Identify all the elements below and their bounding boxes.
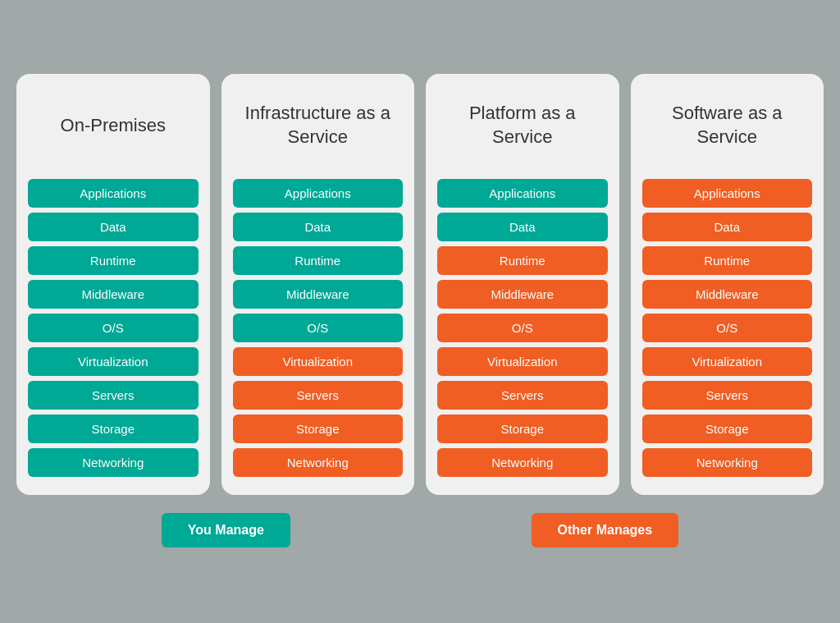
you-manage-button[interactable]: You Manage — [162, 513, 290, 547]
item-applications-on-premises: Applications — [28, 179, 199, 208]
column-saas: Software as a ServiceApplicationsDataRun… — [631, 74, 824, 495]
item-networking-saas: Networking — [642, 448, 813, 477]
item-storage-iaas: Storage — [233, 415, 404, 443]
column-on-premises: On-PremisesApplicationsDataRuntimeMiddle… — [16, 74, 210, 495]
column-title-iaas: Infrastructure as a Service — [233, 89, 404, 163]
item-virtualization-iaas: Virtualization — [233, 347, 404, 376]
item-middleware-on-premises: Middleware — [28, 280, 199, 309]
item-networking-on-premises: Networking — [28, 448, 199, 477]
column-paas: Platform as a ServiceApplicationsDataRun… — [426, 74, 619, 495]
item-virtualization-on-premises: Virtualization — [28, 347, 199, 376]
items-list-iaas: ApplicationsDataRuntimeMiddlewareO/SVirt… — [233, 179, 404, 477]
item-applications-paas: Applications — [437, 179, 608, 208]
column-title-saas: Software as a Service — [642, 89, 813, 163]
items-list-saas: ApplicationsDataRuntimeMiddlewareO/SVirt… — [642, 179, 813, 477]
item-applications-iaas: Applications — [233, 179, 404, 208]
main-container: On-PremisesApplicationsDataRuntimeMiddle… — [0, 59, 840, 564]
item-middleware-paas: Middleware — [437, 280, 608, 309]
item-servers-saas: Servers — [642, 381, 813, 410]
item-runtime-saas: Runtime — [642, 246, 813, 275]
column-title-on-premises: On-Premises — [61, 89, 166, 163]
item-storage-saas: Storage — [642, 415, 813, 443]
item-servers-iaas: Servers — [233, 381, 404, 410]
item-storage-paas: Storage — [437, 415, 608, 443]
column-iaas: Infrastructure as a ServiceApplicationsD… — [221, 74, 415, 495]
item-virtualization-saas: Virtualization — [642, 347, 813, 376]
item-o/s-on-premises: O/S — [28, 314, 199, 342]
item-middleware-saas: Middleware — [642, 280, 813, 309]
item-storage-on-premises: Storage — [28, 415, 199, 443]
item-runtime-on-premises: Runtime — [28, 246, 199, 275]
item-o/s-iaas: O/S — [233, 314, 404, 342]
other-manages-button[interactable]: Other Manages — [532, 513, 679, 547]
item-data-saas: Data — [642, 213, 813, 241]
item-networking-iaas: Networking — [233, 448, 404, 477]
legend-row: You Manage Other Manages — [16, 513, 824, 547]
item-virtualization-paas: Virtualization — [437, 347, 608, 376]
items-list-paas: ApplicationsDataRuntimeMiddlewareO/SVirt… — [437, 179, 608, 477]
item-runtime-iaas: Runtime — [233, 246, 404, 275]
columns-row: On-PremisesApplicationsDataRuntimeMiddle… — [16, 74, 824, 495]
item-data-iaas: Data — [233, 213, 404, 241]
column-title-paas: Platform as a Service — [437, 89, 608, 163]
item-middleware-iaas: Middleware — [233, 280, 404, 309]
item-data-paas: Data — [437, 213, 608, 241]
item-runtime-paas: Runtime — [437, 246, 608, 275]
item-servers-paas: Servers — [437, 381, 608, 410]
item-o/s-saas: O/S — [642, 314, 813, 342]
items-list-on-premises: ApplicationsDataRuntimeMiddlewareO/SVirt… — [28, 179, 199, 477]
item-applications-saas: Applications — [642, 179, 813, 208]
item-data-on-premises: Data — [28, 213, 199, 241]
item-networking-paas: Networking — [437, 448, 608, 477]
item-servers-on-premises: Servers — [28, 381, 199, 410]
item-o/s-paas: O/S — [437, 314, 608, 342]
